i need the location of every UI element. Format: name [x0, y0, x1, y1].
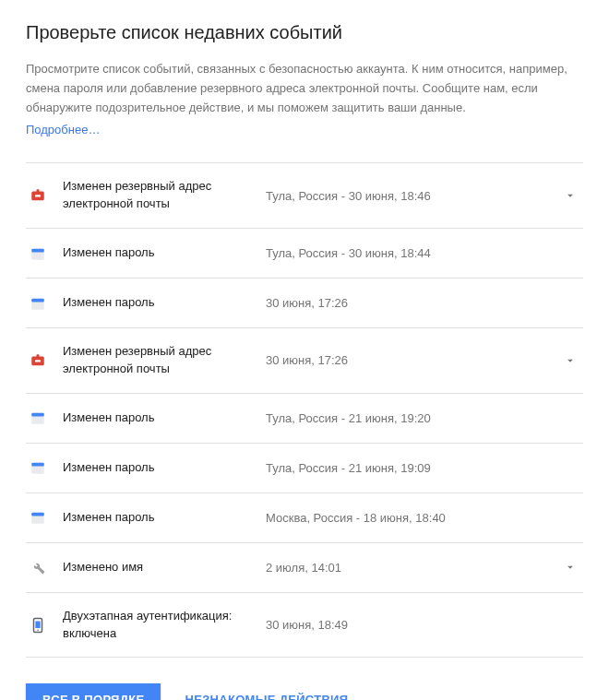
event-label: Изменен пароль	[63, 459, 266, 477]
svg-rect-13	[31, 463, 44, 467]
event-detail: 30 июня, 17:26	[266, 296, 561, 310]
learn-more-link[interactable]: Подробнее…	[26, 123, 100, 136]
page-title: Проверьте список недавних событий	[26, 22, 583, 43]
email-red-icon	[30, 187, 46, 204]
svg-rect-6	[31, 298, 44, 302]
calendar-icon	[30, 409, 46, 426]
event-detail: Тула, Россия - 21 июня, 19:09	[266, 461, 561, 475]
calendar-icon	[30, 509, 46, 526]
chevron-down-icon	[561, 561, 579, 574]
wrench-icon	[30, 559, 46, 575]
chevron-down-icon	[561, 189, 579, 202]
event-row[interactable]: Изменен парольТула, Россия - 30 июня, 18…	[26, 229, 583, 279]
event-detail: Тула, Россия - 30 июня, 18:44	[266, 246, 561, 260]
event-row[interactable]: Изменен парольТула, Россия - 21 июня, 19…	[26, 444, 583, 493]
event-label: Двухэтапная аутентификация: включена	[63, 608, 266, 643]
event-label: Изменен резервный адрес электронной почт…	[63, 178, 266, 213]
event-row[interactable]: Изменено имя2 июля, 14:01	[26, 543, 583, 593]
event-label: Изменен пароль	[63, 509, 266, 527]
event-row[interactable]: Двухэтапная аутентификация: включена30 и…	[26, 593, 583, 658]
event-detail: 30 июня, 17:26	[266, 353, 561, 367]
svg-rect-1	[37, 189, 40, 192]
calendar-icon	[30, 459, 46, 476]
phone-icon	[30, 617, 46, 634]
svg-rect-9	[35, 360, 41, 362]
event-detail: 30 июня, 18:49	[266, 618, 561, 632]
calendar-icon	[30, 245, 46, 262]
event-row[interactable]: Изменен резервный адрес электронной почт…	[26, 163, 583, 229]
svg-rect-2	[35, 195, 41, 196]
event-detail: Тула, Россия - 30 июня, 18:46	[266, 189, 561, 203]
event-detail: Москва, Россия - 18 июня, 18:40	[266, 511, 561, 525]
event-row[interactable]: Изменен пароль30 июня, 17:26	[26, 279, 583, 328]
calendar-icon	[30, 295, 46, 312]
event-row[interactable]: Изменен резервный адрес электронной почт…	[26, 328, 583, 394]
event-list: Изменен резервный адрес электронной почт…	[26, 162, 583, 658]
event-label: Изменен пароль	[63, 294, 266, 312]
chevron-down-icon	[561, 354, 579, 367]
event-row[interactable]: Изменен парольМосква, Россия - 18 июня, …	[26, 493, 583, 543]
svg-rect-17	[35, 621, 40, 628]
unfamiliar-actions-button[interactable]: НЕЗНАКОМЫЕ ДЕЙСТВИЯ	[168, 683, 364, 700]
page-description: Просмотрите список событий, связанных с …	[26, 60, 583, 117]
email-red-icon	[30, 352, 46, 369]
event-label: Изменено имя	[63, 559, 266, 576]
event-label: Изменен пароль	[63, 409, 266, 427]
event-row[interactable]: Изменен парольТула, Россия - 21 июня, 19…	[26, 394, 583, 444]
event-label: Изменен пароль	[63, 244, 266, 262]
all-ok-button[interactable]: ВСЕ В ПОРЯДКЕ	[26, 683, 161, 700]
svg-rect-15	[31, 513, 44, 516]
button-row: ВСЕ В ПОРЯДКЕ НЕЗНАКОМЫЕ ДЕЙСТВИЯ	[26, 683, 583, 700]
event-label: Изменен резервный адрес электронной почт…	[63, 343, 266, 378]
event-detail: 2 июля, 14:01	[266, 561, 561, 575]
event-detail: Тула, Россия - 21 июня, 19:20	[266, 411, 561, 425]
svg-rect-8	[37, 354, 40, 357]
svg-point-18	[37, 629, 39, 631]
svg-rect-11	[31, 413, 44, 417]
svg-rect-4	[31, 248, 44, 252]
